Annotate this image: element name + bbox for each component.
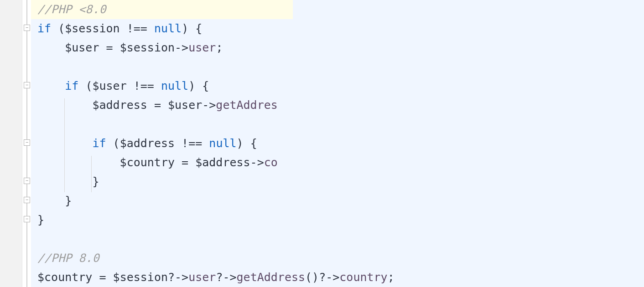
token-variable: $address bbox=[37, 98, 147, 112]
token-arrow: -> bbox=[175, 41, 188, 54]
code-line[interactable]: if ($user !== null) { bbox=[37, 77, 644, 96]
token-method: getAddress bbox=[237, 271, 306, 284]
token-comment: //PHP <8.0 bbox=[37, 3, 106, 16]
token-paren: ( bbox=[78, 79, 92, 92]
code-editor: //PHP <8.0if ($session !== null) { $user… bbox=[0, 0, 644, 287]
token-variable: $country bbox=[37, 271, 92, 284]
token-variable: $user bbox=[168, 98, 202, 112]
token-keyword: if bbox=[65, 79, 78, 92]
token-operator: !== bbox=[175, 137, 209, 150]
token-null: null bbox=[154, 22, 182, 35]
token-plain bbox=[37, 137, 92, 150]
token-keyword: if bbox=[37, 22, 51, 35]
code-line[interactable]: //PHP <8.0 bbox=[37, 0, 644, 19]
fold-gutter bbox=[22, 0, 31, 287]
code-content: } bbox=[37, 175, 99, 188]
token-brace: } bbox=[37, 213, 44, 226]
token-plain bbox=[37, 79, 65, 92]
token-nullsafe: ?-> bbox=[168, 271, 188, 284]
token-arrow: -> bbox=[202, 98, 216, 112]
token-variable: $address bbox=[195, 156, 250, 169]
code-line[interactable]: $country = $session?->user?->getAddress(… bbox=[37, 268, 644, 287]
fold-close-icon[interactable] bbox=[24, 178, 30, 184]
token-operator: = bbox=[175, 156, 195, 169]
code-line[interactable] bbox=[37, 230, 644, 249]
code-content: $address = $user->getAddres bbox=[37, 98, 278, 112]
token-nullsafe: ?-> bbox=[319, 271, 339, 284]
token-variable: $country bbox=[37, 156, 175, 169]
code-content: if ($session !== null) { bbox=[37, 22, 202, 35]
code-viewport[interactable]: //PHP <8.0if ($session !== null) { $user… bbox=[31, 0, 644, 287]
token-operator: = bbox=[147, 98, 168, 112]
token-null: null bbox=[161, 79, 188, 92]
fold-close-icon[interactable] bbox=[24, 197, 30, 203]
code-line[interactable]: $address = $user->getAddres bbox=[37, 96, 644, 115]
token-variable: $session bbox=[113, 271, 168, 284]
code-line[interactable]: $user = $session->user; bbox=[37, 38, 644, 57]
token-semi: ; bbox=[216, 41, 223, 54]
token-variable: $session bbox=[120, 41, 175, 54]
token-variable: $session bbox=[65, 22, 119, 35]
code-content: } bbox=[37, 213, 44, 226]
token-brace: } bbox=[37, 175, 99, 188]
editor-gutter bbox=[0, 0, 31, 287]
token-variable: $user bbox=[37, 41, 99, 54]
code-content: //PHP 8.0 bbox=[37, 251, 99, 265]
token-paren: ) bbox=[237, 137, 250, 150]
code-line[interactable]: //PHP 8.0 bbox=[37, 249, 644, 268]
code-content: $country = $address->co bbox=[37, 156, 278, 169]
token-operator: = bbox=[92, 271, 113, 284]
token-method: getAddres bbox=[216, 98, 277, 112]
code-line[interactable] bbox=[37, 115, 644, 134]
token-paren: ( bbox=[51, 22, 65, 35]
fold-toggle-icon[interactable] bbox=[24, 25, 30, 31]
token-arrow: -> bbox=[250, 156, 264, 169]
fold-toggle-icon[interactable] bbox=[24, 139, 30, 146]
code-content: if ($address !== null) { bbox=[37, 137, 257, 150]
code-line[interactable]: } bbox=[37, 191, 644, 210]
token-property: country bbox=[339, 271, 387, 284]
token-brace: } bbox=[37, 194, 72, 207]
token-brace: { bbox=[250, 137, 257, 150]
token-keyword: if bbox=[92, 137, 106, 150]
code-line[interactable]: if ($session !== null) { bbox=[37, 19, 644, 38]
token-brace: { bbox=[195, 22, 202, 35]
token-null: null bbox=[209, 137, 236, 150]
token-nullsafe: ?-> bbox=[216, 271, 236, 284]
code-content: $user = $session->user; bbox=[37, 41, 223, 54]
code-content: } bbox=[37, 194, 72, 207]
code-line[interactable]: $country = $address->co bbox=[37, 153, 644, 172]
token-operator: !== bbox=[120, 22, 154, 35]
token-property: user bbox=[188, 271, 216, 284]
token-comment: //PHP 8.0 bbox=[37, 251, 99, 265]
token-operator: = bbox=[99, 41, 119, 54]
token-paren: ) bbox=[188, 79, 202, 92]
token-brace: { bbox=[202, 79, 209, 92]
token-variable: $user bbox=[92, 79, 126, 92]
code-content: //PHP <8.0 bbox=[37, 3, 106, 16]
code-line[interactable]: if ($address !== null) { bbox=[37, 134, 644, 153]
token-paren: ) bbox=[182, 22, 195, 35]
token-property: user bbox=[188, 41, 216, 54]
token-paren: ( bbox=[106, 137, 120, 150]
token-paren: () bbox=[305, 271, 319, 284]
token-variable: $address bbox=[120, 137, 175, 150]
code-line[interactable]: } bbox=[37, 172, 644, 191]
fold-toggle-icon[interactable] bbox=[24, 82, 30, 88]
code-content: if ($user !== null) { bbox=[37, 79, 209, 92]
token-property: co bbox=[264, 156, 278, 169]
fold-close-icon[interactable] bbox=[24, 216, 30, 222]
token-operator: !== bbox=[127, 79, 161, 92]
code-content: $country = $session?->user?->getAddress(… bbox=[37, 271, 395, 284]
code-line[interactable]: } bbox=[37, 210, 644, 230]
code-line[interactable] bbox=[37, 57, 644, 77]
token-semi: ; bbox=[388, 271, 395, 284]
